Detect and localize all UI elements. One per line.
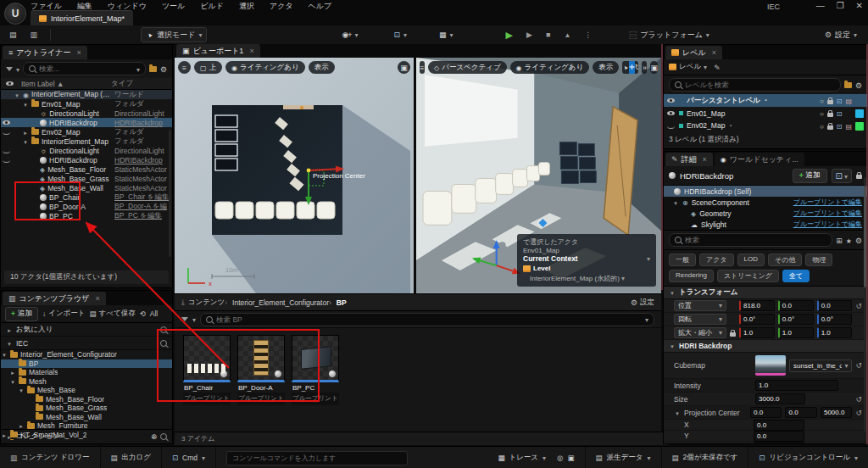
filter-chip[interactable]: アクタ — [699, 254, 734, 266]
folder-tree-row[interactable]: Mesh_Base — [1, 386, 172, 395]
add-actor-dropdown[interactable] — [337, 28, 362, 42]
outliner-row[interactable]: Mesh_Base_Grass StaticMeshActor — [1, 174, 172, 183]
value-x-field[interactable]: 0.0° — [739, 314, 775, 325]
breadcrumb-item[interactable]: コンテンツ — [188, 298, 225, 308]
eject-button[interactable] — [559, 28, 575, 42]
viewport-top[interactable]: Projection Center x 10m 上 ライティングあり 表示 — [175, 58, 414, 293]
view-mode-button[interactable]: パースペクティブ — [428, 61, 507, 74]
cmd-dropdown[interactable]: Cmd — [162, 447, 216, 468]
column-type[interactable]: タイプ — [111, 79, 167, 89]
outliner-row[interactable]: InteriorElement_Map (エディタ) ワールド — [1, 90, 172, 99]
search-icon[interactable] — [160, 433, 167, 440]
reset-icon[interactable] — [855, 361, 862, 370]
outliner-header[interactable]: Item Label ▲ タイプ — [1, 78, 172, 90]
transform-section-header[interactable]: トランスフォーム — [664, 287, 867, 299]
details-tab[interactable]: 詳細 × — [665, 153, 713, 166]
value-y-field[interactable]: 0.0° — [778, 314, 814, 325]
lighting-icon[interactable] — [820, 122, 824, 131]
filter-icon[interactable] — [181, 317, 188, 321]
visibility-eye-icon[interactable] — [667, 122, 676, 130]
outliner-row[interactable]: HDRIBackdrop HDRIBackdrop — [1, 155, 172, 164]
outliner-row[interactable]: DirectionalLight DirectionalLight — [1, 109, 172, 118]
level-blueprint-icon[interactable] — [837, 109, 843, 118]
close-icon[interactable]: × — [77, 48, 81, 57]
value-x-field[interactable]: 1.0 — [739, 327, 775, 338]
reset-icon[interactable] — [855, 443, 862, 444]
intensity-field[interactable]: 1.0 — [755, 380, 838, 391]
outliner-search[interactable] — [23, 62, 146, 75]
gear-icon[interactable] — [855, 236, 862, 245]
edit-in-blueprint-link[interactable]: ブループリントで編集 — [793, 198, 862, 207]
unsaved-status-button[interactable]: 2個が未保存です — [662, 447, 749, 468]
outliner-search-input[interactable] — [39, 64, 133, 73]
frame-skip-button[interactable] — [522, 28, 537, 42]
expander-icon[interactable] — [9, 368, 16, 376]
derived-data-dropdown[interactable]: 派生データ — [586, 447, 662, 468]
play-options-kebab[interactable] — [580, 28, 596, 42]
level-row[interactable]: パーシスタントレベル ・ — [664, 94, 867, 107]
transform-kind-dropdown[interactable]: 位置 — [674, 300, 726, 311]
favorites-section[interactable]: お気に入り — [1, 323, 172, 337]
close-icon[interactable]: × — [95, 294, 99, 303]
menu-item[interactable]: ツール — [162, 1, 185, 12]
more-tools-button[interactable] — [642, 61, 647, 74]
reset-icon[interactable] — [855, 395, 862, 404]
blueprints-dropdown[interactable] — [390, 28, 412, 42]
close-icon[interactable]: × — [249, 47, 253, 55]
add-content-button[interactable]: +追加 — [5, 307, 38, 321]
filter-chip[interactable]: LOD — [737, 254, 765, 266]
asset-tile[interactable]: BP_PC ブループリント ク... — [292, 335, 339, 405]
asset-search-input[interactable] — [216, 315, 642, 324]
viewport-menu-button[interactable] — [420, 61, 425, 74]
level-color-swatch[interactable] — [855, 109, 864, 118]
cinematics-dropdown[interactable] — [435, 28, 458, 42]
menu-item[interactable]: 選択 — [239, 1, 254, 12]
menu-item[interactable]: ヘルプ — [309, 1, 332, 12]
reset-icon[interactable] — [855, 302, 862, 310]
level-blueprint-icon[interactable] — [837, 97, 843, 105]
menu-item[interactable]: アクタ — [270, 1, 293, 12]
filter-chip[interactable]: Rendering — [669, 270, 714, 282]
levels-tab[interactable]: レベル × — [665, 46, 722, 59]
toolbar-settings-button[interactable]: 設定 — [821, 28, 861, 42]
visibility-eye-icon[interactable] — [3, 156, 11, 164]
outliner-tab[interactable]: アウトライナー × — [3, 46, 87, 59]
search-icon[interactable] — [160, 340, 167, 347]
history-back-button[interactable]: ⟲ — [140, 309, 146, 318]
maximize-button[interactable]: ❐ — [837, 1, 844, 10]
expander-icon[interactable] — [22, 128, 29, 136]
value-x-field[interactable]: 818.0 — [739, 300, 775, 311]
snapshot-icon[interactable]: ▣ — [568, 454, 575, 462]
value-z-field[interactable]: 0.0 — [817, 300, 853, 311]
value-z-field[interactable]: 0.0° — [817, 314, 853, 325]
expander-icon[interactable] — [18, 386, 25, 394]
filter-chip[interactable]: その他 — [768, 254, 802, 266]
outliner-scrollbar[interactable] — [169, 130, 171, 257]
edit-in-blueprint-link[interactable]: ブループリントで編集 — [793, 220, 862, 229]
visibility-eye-icon[interactable] — [3, 147, 11, 154]
blueprint-options-button[interactable] — [832, 169, 852, 183]
select-tool[interactable] — [622, 61, 629, 74]
levels-search-input[interactable] — [685, 81, 835, 89]
breadcrumb-item[interactable]: Interior_Element_Configurator — [225, 298, 329, 307]
folder-tree-row[interactable]: Mesh_Base_Floor — [1, 395, 172, 404]
collections-section[interactable]: コレクション ⊕ — [1, 429, 172, 443]
levels-search[interactable] — [669, 78, 841, 92]
asset-tile[interactable]: BP_Chair ブループリント ク... — [183, 335, 231, 405]
transform-kind-dropdown[interactable]: 回転 — [674, 314, 726, 325]
visibility-eye-icon[interactable] — [667, 109, 676, 117]
level-row[interactable]: Env01_Map — [664, 107, 867, 120]
scale-lock-icon[interactable] — [730, 332, 736, 337]
revision-control-dropdown[interactable]: リビジョンコントロール — [748, 447, 868, 468]
asset-tile[interactable]: BP_Door-A ブループリント ク... — [237, 335, 285, 405]
content-browser-tab[interactable]: コンテンツブラウザ × — [3, 292, 106, 305]
maximize-viewport-button[interactable] — [650, 61, 658, 74]
viewport-perspective[interactable]: パースペクティブ ライティングあり 表示 で選択したアクタ Env01_Map … — [416, 58, 661, 293]
outliner-row[interactable]: Mesh_Base_Floor StaticMeshActor — [1, 164, 172, 174]
folder-tree-row[interactable]: Mesh_Base_Grass — [1, 404, 172, 413]
outliner-row[interactable]: Env02_Map フォルダ — [1, 127, 172, 136]
filter-chip[interactable]: 全て — [782, 270, 810, 282]
outliner-row[interactable]: Mesh_Base_Wall StaticMeshActor — [1, 183, 172, 192]
axis-value-field[interactable]: 0.0 — [754, 420, 804, 431]
new-folder-icon[interactable] — [844, 82, 852, 88]
